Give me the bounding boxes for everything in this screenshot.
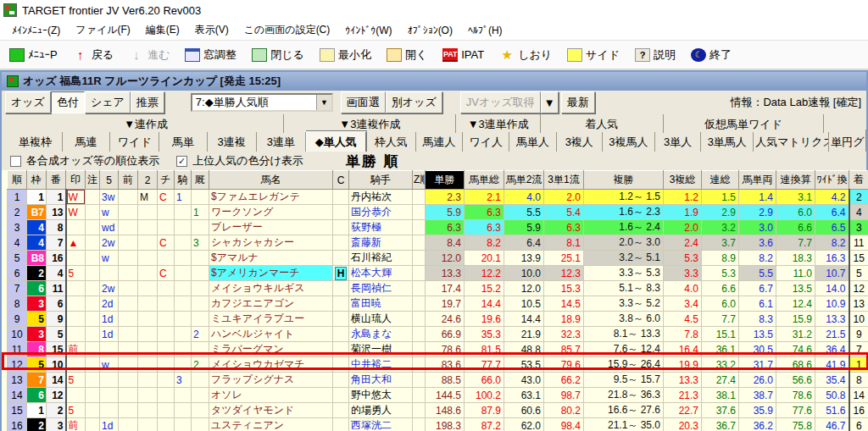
horse-name-cell[interactable]: メイショウカゼマチ bbox=[209, 357, 333, 373]
tab-group-header[interactable]: ▼連作成 bbox=[8, 114, 284, 133]
table-row[interactable]: 1371453フラップシグナス角田大和88.566.043.066.29.5～ … bbox=[8, 373, 868, 388]
tab-ワイ人[interactable]: ワイ人 bbox=[463, 132, 509, 152]
tab-単複枠[interactable]: 単複枠 bbox=[8, 132, 63, 152]
horse-name-cell[interactable]: カフジエニアゴン bbox=[209, 296, 333, 312]
menu-item[interactable]: この画面の設定(C) bbox=[237, 21, 337, 39]
戻る-button[interactable]: ↑戻る bbox=[67, 45, 120, 65]
tab-group-header[interactable]: 着人気 bbox=[541, 114, 664, 133]
tab-3単人[interactable]: 3単人 bbox=[655, 132, 701, 152]
column-header-厩[interactable]: 厩 bbox=[192, 171, 209, 190]
menu-item[interactable]: ﾍﾙﾌﾟ(H) bbox=[461, 23, 509, 38]
table-row[interactable]: 5B816w$アマルナ石川裕紀12.020.113.925.13.2～ 5.15… bbox=[8, 251, 868, 266]
column-header-着[interactable]: 着 bbox=[849, 171, 868, 190]
column-header-チ[interactable]: チ bbox=[158, 171, 175, 190]
horse-name-cell[interactable]: シャカシャカシー bbox=[209, 235, 333, 251]
column-header-順[interactable]: 順 bbox=[8, 171, 27, 190]
tab-単円グ[interactable]: 単円グ bbox=[829, 132, 866, 152]
tab-馬連[interactable]: 馬連 bbox=[63, 132, 110, 152]
view-select[interactable]: 7:◆単勝人気順 ▼ bbox=[191, 93, 333, 112]
サイド-button[interactable]: サイド bbox=[561, 45, 626, 65]
tab-馬連人[interactable]: 馬連人 bbox=[416, 132, 463, 152]
horse-name-cell[interactable]: ハンベルジャイト bbox=[209, 327, 333, 342]
tab-group-header[interactable]: ▼3連単作成 bbox=[456, 114, 540, 133]
column-header-複勝[interactable]: 複勝 bbox=[584, 171, 664, 190]
column-header-注[interactable]: 注 bbox=[86, 171, 100, 190]
column-header-3複総[interactable]: 3複総 bbox=[664, 171, 702, 190]
chevron-down-icon[interactable]: ▼ bbox=[316, 95, 331, 110]
odds-mode-button[interactable]: オッズ bbox=[5, 91, 51, 113]
tab-3複人[interactable]: 3複人 bbox=[557, 132, 603, 152]
horse-name-cell[interactable]: ユスティニアン bbox=[209, 418, 333, 431]
column-header-枠[interactable]: 枠 bbox=[27, 171, 47, 190]
column-header-印[interactable]: 印 bbox=[66, 171, 86, 190]
tab-馬単人[interactable]: 馬単人 bbox=[509, 132, 556, 152]
最小化-button[interactable]: 最小化 bbox=[314, 45, 377, 65]
jv-odds-dropdown-button[interactable]: ▼ bbox=[541, 91, 559, 113]
odds-mode-button[interactable]: 推票 bbox=[131, 91, 164, 113]
column-header-騎[interactable]: 騎 bbox=[175, 171, 192, 190]
odds-mode-button[interactable]: 色付 bbox=[51, 91, 85, 113]
screen-select-button[interactable]: 画面選 bbox=[341, 91, 386, 113]
table-row[interactable]: 11815前ミラバーグマン菊沢一樹78.681.548.885.77.6～ 12… bbox=[8, 342, 868, 357]
horse-name-cell[interactable]: $ファムエレガンテ bbox=[209, 190, 333, 205]
table-row[interactable]: 1623前1dユスティニアン西塚洸二198.387.262.098.421.1～… bbox=[8, 418, 868, 431]
説明-button[interactable]: ?説明 bbox=[629, 45, 682, 65]
menu-item[interactable]: ファイル(F) bbox=[69, 21, 136, 39]
table-row[interactable]: 348wdブレーザー荻野極6.36.35.96.31.6～ 2.42.03.23… bbox=[8, 220, 868, 235]
horse-name-cell[interactable]: ミラバーグマン bbox=[209, 342, 333, 357]
table-row[interactable]: 111W3wMC1$ファムエレガンテ丹内祐次2.32.14.02.01.2～ 1… bbox=[8, 190, 868, 205]
table-row[interactable]: 6245C$アメリカンマーチH松本大輝13.312.210.012.33.3～ … bbox=[8, 266, 868, 281]
しおり-button[interactable]: ★しおり bbox=[493, 45, 558, 65]
tab-枠人気[interactable]: 枠人気 bbox=[367, 132, 416, 152]
column-header-3単1流[interactable]: 3単1流 bbox=[544, 171, 584, 190]
screen-select-button[interactable]: 別オッズ bbox=[386, 91, 442, 113]
column-header-2[interactable]: 2 bbox=[138, 171, 158, 190]
table-row[interactable]: 76112wメイショウキルギス長岡禎仁17.415.212.015.35.1～ … bbox=[8, 281, 868, 296]
tab-◆単人気[interactable]: ◆単人気 bbox=[306, 131, 367, 152]
menu-item[interactable]: ｳｲﾝﾄﾞｳ(W) bbox=[338, 23, 398, 38]
column-header-連総[interactable]: 連総 bbox=[702, 171, 739, 190]
column-header-馬単総[interactable]: 馬単総 bbox=[465, 171, 504, 190]
ipat-button[interactable]: PATIPAT bbox=[437, 46, 490, 64]
column-header-Z順[interactable]: Z順 bbox=[413, 171, 426, 190]
tab-3単馬人[interactable]: 3単馬人 bbox=[701, 132, 754, 152]
horse-name-cell[interactable]: フラップシグナス bbox=[209, 373, 333, 388]
column-header-馬単両[interactable]: 馬単両 bbox=[739, 171, 776, 190]
latest-button[interactable]: 最新 bbox=[561, 91, 595, 113]
column-header-馬単2流[interactable]: 馬単2流 bbox=[504, 171, 544, 190]
jv-odds-fetch-button[interactable]: JVオッズ取得 bbox=[460, 91, 541, 113]
tab-人気マトリクス[interactable]: 人気マトリクス bbox=[754, 132, 829, 152]
table-row[interactable]: 10351d2ハンベルジャイト永島まな66.935.321.932.38.1～ … bbox=[8, 327, 868, 342]
column-header-C[interactable]: C bbox=[333, 171, 349, 190]
column-header-5[interactable]: 5 bbox=[100, 171, 119, 190]
tab-3複馬人[interactable]: 3複馬人 bbox=[603, 132, 655, 152]
column-header-連換算[interactable]: 連換算 bbox=[776, 171, 815, 190]
horse-name-cell[interactable]: $アメリカンマーチ bbox=[209, 266, 333, 281]
horse-name-cell[interactable]: オソレ bbox=[209, 388, 333, 403]
tab-group-header[interactable]: 仮想馬単ワイド bbox=[664, 114, 825, 133]
menu-item[interactable]: 編集(E) bbox=[139, 21, 186, 39]
table-row[interactable]: 2B713Ww1ワークソング国分恭介5.96.35.55.41.6～ 2.31.… bbox=[8, 205, 868, 220]
table-row[interactable]: 8362dカフジエニアゴン富田暁19.714.410.514.53.3～ 5.2… bbox=[8, 296, 868, 312]
閉じる-button[interactable]: 閉じる bbox=[246, 45, 310, 65]
odds-window-titlebar[interactable]: オッズ 福島11R フルーツラインカップ [発走 15:25] bbox=[2, 72, 866, 91]
menu-item[interactable]: ﾒｲﾝﾒﾆｭｰ(Z) bbox=[5, 23, 67, 38]
table-row[interactable]: 12510w2メイショウカゼマチ中井裕二83.677.753.579.615.9… bbox=[8, 357, 868, 373]
tab-ワイド[interactable]: ワイド bbox=[110, 132, 159, 152]
column-header-ﾜｲﾄﾞ換[interactable]: ﾜｲﾄﾞ換 bbox=[815, 171, 849, 190]
table-row[interactable]: 9591dミユキアイラブユー横山琉人24.619.614.418.93.8～ 6… bbox=[8, 312, 868, 327]
rank-display-checkbox[interactable] bbox=[10, 156, 21, 167]
horse-name-cell[interactable]: タツダイヤモンド bbox=[209, 403, 333, 418]
horse-name-cell[interactable]: $アマルナ bbox=[209, 251, 333, 266]
ﾒﾆｭｰP-button[interactable]: ﾒﾆｭｰP bbox=[3, 46, 64, 64]
horse-name-cell[interactable]: ミユキアイラブユー bbox=[209, 312, 333, 327]
table-header-row[interactable]: 順枠番印注5前2チ騎厩馬名C騎手Z順単勝馬単総馬単2流3単1流複勝3複総連総馬単… bbox=[8, 171, 868, 190]
table-row[interactable]: 14612オソレ野中悠太144.5100.263.198.721.8～ 36.3… bbox=[8, 388, 868, 403]
table-row[interactable]: 447▲2wC3シャカシャカシー斎藤新8.48.26.48.12.0～ 3.02… bbox=[8, 235, 868, 251]
column-header-前[interactable]: 前 bbox=[119, 171, 138, 190]
column-header-番[interactable]: 番 bbox=[47, 171, 66, 190]
horse-name-cell[interactable]: メイショウキルギス bbox=[209, 281, 333, 296]
終了-button[interactable]: ☾終了 bbox=[685, 45, 737, 65]
column-header-馬名[interactable]: 馬名 bbox=[209, 171, 333, 190]
column-header-騎手[interactable]: 騎手 bbox=[349, 171, 413, 190]
